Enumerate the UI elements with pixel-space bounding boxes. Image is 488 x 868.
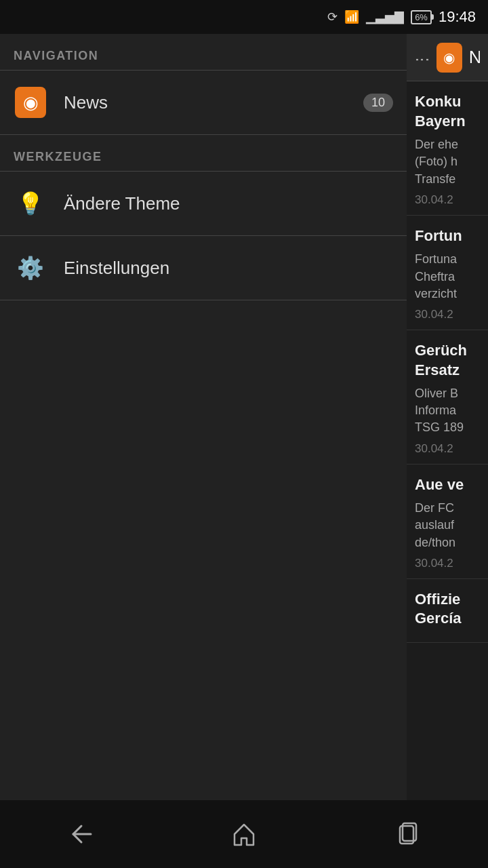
article-title: GerüchErsatz xyxy=(415,341,480,380)
article-snippet: Fortuna Cheftra verzicht xyxy=(415,251,480,302)
content-header: ⋮ ◉ N xyxy=(407,34,488,81)
battery-icon: 6% xyxy=(411,10,432,24)
article-item[interactable]: Fortun Fortuna Cheftra verzicht 30.04.2 xyxy=(407,216,488,330)
article-snippet: Der FC auslauf de/thon xyxy=(415,500,480,551)
article-title: Fortun xyxy=(415,226,480,246)
recents-button[interactable] xyxy=(380,814,434,854)
navigation-drawer: NAVIGATION ◉ News 10 WERKZEUGE 💡 Ändere … xyxy=(0,34,407,834)
article-title: OffizieGercía xyxy=(415,590,480,629)
rotate-icon: ⟳ xyxy=(327,9,338,24)
nav-item-news[interactable]: ◉ News 10 xyxy=(0,71,407,134)
news-badge: 10 xyxy=(363,94,393,112)
article-item[interactable]: Aue ve Der FC auslauf de/thon 30.04.2 xyxy=(407,465,488,579)
rss-icon: ◉ xyxy=(15,87,46,118)
status-icons: ⟳ 📶 ▁▃▅▇ 6% 19:48 xyxy=(327,8,476,26)
home-button[interactable] xyxy=(217,814,271,854)
divider-settings xyxy=(0,300,407,300)
header-rss-symbol: ◉ xyxy=(443,50,455,66)
nav-item-settings[interactable]: ⚙️ Einstellungen xyxy=(0,236,407,300)
article-date: 30.04.2 xyxy=(415,442,480,456)
article-snippet: Der ehe (Foto) h Transfe xyxy=(415,136,480,188)
signal-icon: ▁▃▅▇ xyxy=(366,9,404,24)
article-item[interactable]: KonkuBayern Der ehe (Foto) h Transfe 30.… xyxy=(407,81,488,216)
back-button[interactable] xyxy=(54,814,108,854)
article-date: 30.04.2 xyxy=(415,308,480,321)
home-icon xyxy=(230,821,258,848)
rss-symbol: ◉ xyxy=(23,92,39,113)
status-bar: ⟳ 📶 ▁▃▅▇ 6% 19:48 xyxy=(0,0,488,34)
news-icon-container: ◉ xyxy=(14,85,47,119)
settings-label: Einstellungen xyxy=(64,258,393,279)
menu-dots-icon[interactable]: ⋮ xyxy=(415,52,430,63)
nav-item-theme[interactable]: 💡 Ändere Theme xyxy=(0,172,407,235)
clock: 19:48 xyxy=(439,8,476,26)
article-item[interactable]: GerüchErsatz Oliver B Informa TSG 189 30… xyxy=(407,330,488,465)
wifi-icon: 📶 xyxy=(344,9,359,24)
article-snippet: Oliver B Informa TSG 189 xyxy=(415,385,480,437)
header-rss-icon: ◉ xyxy=(436,43,462,73)
news-articles-list: KonkuBayern Der ehe (Foto) h Transfe 30.… xyxy=(407,81,488,834)
article-item[interactable]: OffizieGercía xyxy=(407,579,488,643)
settings-icon-container: ⚙️ xyxy=(14,251,47,285)
content-header-title: N xyxy=(469,47,480,68)
main-layout: NAVIGATION ◉ News 10 WERKZEUGE 💡 Ändere … xyxy=(0,34,488,834)
article-title: Aue ve xyxy=(415,475,480,495)
news-label: News xyxy=(64,92,347,113)
recents-icon xyxy=(393,821,420,848)
content-panel: ⋮ ◉ N KonkuBayern Der ehe (Foto) h Trans… xyxy=(407,34,488,834)
lightbulb-icon: 💡 xyxy=(17,191,44,216)
bottom-nav-bar xyxy=(0,800,488,868)
back-icon xyxy=(68,821,95,848)
theme-label: Ändere Theme xyxy=(64,193,393,214)
article-title: KonkuBayern xyxy=(415,92,480,131)
section-tools-label: WERKZEUGE xyxy=(0,135,407,171)
article-date: 30.04.2 xyxy=(415,193,480,207)
article-date: 30.04.2 xyxy=(415,557,480,570)
section-navigation-label: NAVIGATION xyxy=(0,34,407,70)
theme-icon-container: 💡 xyxy=(14,186,47,220)
wrench-icon: ⚙️ xyxy=(17,255,44,281)
